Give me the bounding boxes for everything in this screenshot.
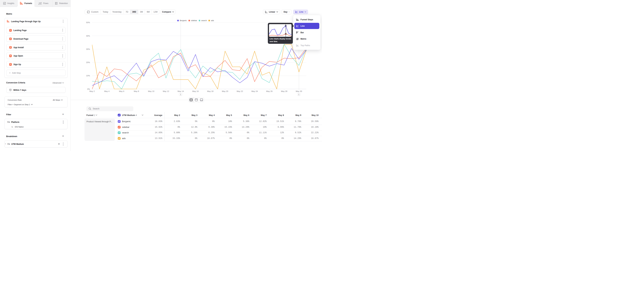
svg-text:30%: 30% <box>86 48 90 50</box>
svg-text:10%: 10% <box>86 75 90 77</box>
svg-text:May 16: May 16 <box>192 90 199 92</box>
svg-text:May 20: May 20 <box>222 90 228 92</box>
svg-text:May 14: May 14 <box>178 90 184 92</box>
svg-text:May 8: May 8 <box>134 90 139 92</box>
svg-text:May 18: May 18 <box>207 90 214 92</box>
svg-text:20%: 20% <box>86 62 90 64</box>
svg-text:May 26: May 26 <box>266 90 272 92</box>
svg-text:May 30: May 30 <box>296 90 302 92</box>
svg-text:May 4: May 4 <box>104 90 110 92</box>
svg-text:0%: 0% <box>87 88 90 90</box>
svg-text:May 10: May 10 <box>148 90 154 92</box>
svg-text:40%: 40% <box>86 35 90 37</box>
svg-text:May 24: May 24 <box>252 90 258 92</box>
svg-text:May 28: May 28 <box>281 90 287 92</box>
svg-text:May 2: May 2 <box>90 90 94 92</box>
svg-text:May 6: May 6 <box>119 90 124 92</box>
svg-text:May 12: May 12 <box>163 90 169 92</box>
svg-text:50%: 50% <box>86 22 90 24</box>
svg-text:May 22: May 22 <box>237 90 243 92</box>
